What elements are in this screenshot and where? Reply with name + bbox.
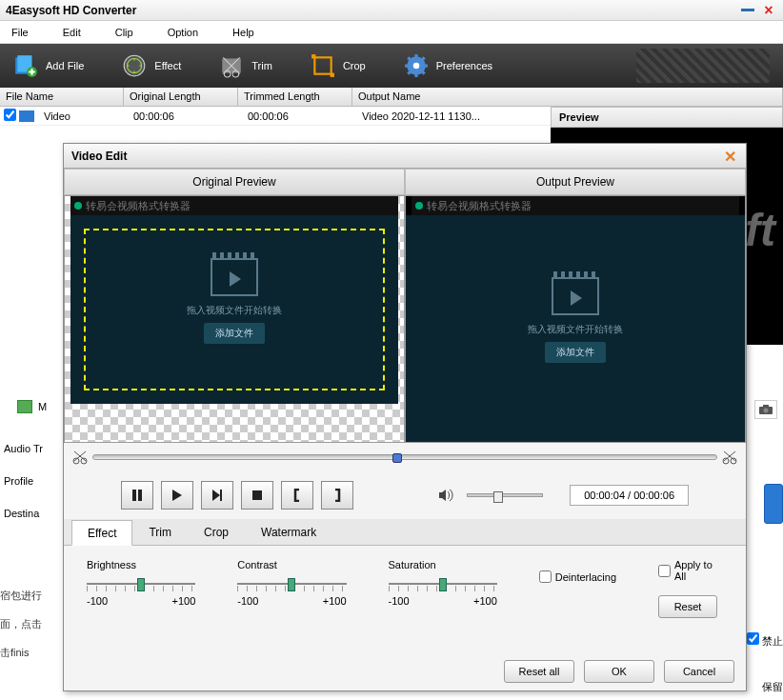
close-button[interactable]: × — [760, 3, 777, 18]
time-display: 00:00:04 / 00:00:06 — [570, 485, 689, 506]
list-header: File Name Original Length Trimmed Length… — [0, 88, 783, 107]
volume-icon[interactable] — [438, 489, 453, 502]
main-titlebar: 4Easysoft HD Converter × — [0, 0, 783, 21]
brightness-slider[interactable]: Brightness -100+100 — [87, 559, 195, 607]
side-text-2: 保留 — [762, 680, 783, 694]
scissors-right-icon[interactable] — [721, 449, 738, 466]
playback-controls: 00:00:04 / 00:00:06 — [64, 471, 746, 519]
col-file-name[interactable]: File Name — [0, 88, 124, 106]
effect-tabs: Effect Trim Crop Watermark — [64, 519, 746, 546]
toolbar-decoration — [636, 49, 770, 83]
crop-icon — [311, 53, 335, 78]
preferences-button[interactable]: Preferences — [404, 53, 492, 78]
svg-rect-22 — [220, 490, 222, 501]
destination-label: Destina — [4, 508, 43, 519]
svg-rect-23 — [252, 490, 262, 500]
reset-all-button[interactable]: Reset all — [504, 660, 574, 683]
scissors-left-icon[interactable] — [71, 449, 89, 466]
bracket-right-button[interactable] — [321, 481, 353, 510]
effect-button[interactable]: Effect — [122, 53, 181, 78]
row-name: Video — [38, 110, 128, 122]
svg-rect-10 — [330, 73, 333, 77]
profile-label: Profile — [4, 475, 43, 487]
preview-label: Preview — [551, 107, 783, 128]
menu-file[interactable]: File — [6, 25, 34, 40]
original-preview-box[interactable]: 转易会视频格式转换器 拖入视频文件开始转换 添加文件 — [64, 195, 405, 443]
row-orig-len: 00:00:06 — [128, 110, 242, 122]
svg-rect-20 — [132, 490, 136, 501]
row-output: Video 2020-12-11 1130... — [356, 110, 486, 122]
svg-point-12 — [412, 63, 419, 70]
m-label: M — [38, 401, 47, 412]
bg-text: 宿包进行 面，点击 击finis — [0, 581, 42, 667]
window-title: 4Easysoft HD Converter — [6, 4, 136, 17]
svg-rect-9 — [311, 54, 315, 58]
svg-rect-21 — [138, 490, 142, 501]
menu-help[interactable]: Help — [227, 25, 260, 40]
menubar: File Edit Clip Option Help — [0, 21, 783, 44]
add-file-button[interactable]: Add File — [13, 53, 84, 78]
menu-option[interactable]: Option — [162, 25, 204, 40]
add-file-icon — [13, 53, 38, 78]
tab-effect[interactable]: Effect — [71, 520, 132, 546]
video-icon — [19, 110, 34, 122]
stop-button[interactable] — [241, 481, 273, 510]
gear-icon — [404, 53, 429, 78]
folder-icon — [17, 400, 32, 413]
ok-button[interactable]: OK — [584, 660, 654, 683]
saturation-slider[interactable]: Saturation -100+100 — [389, 559, 497, 607]
row-trim-len: 00:00:06 — [242, 110, 356, 122]
pause-button[interactable] — [121, 481, 153, 510]
tab-crop[interactable]: Crop — [188, 519, 245, 545]
bracket-left-button[interactable] — [281, 481, 313, 510]
dialog-title-text: Video Edit — [71, 150, 127, 163]
volume-slider[interactable] — [467, 493, 543, 497]
col-output-name[interactable]: Output Name — [352, 88, 783, 106]
original-preview-header: Original Preview — [64, 169, 405, 195]
tab-watermark[interactable]: Watermark — [245, 519, 332, 545]
play-button[interactable] — [161, 481, 193, 510]
apply-to-all-checkbox[interactable]: Apply to All — [658, 559, 723, 582]
effect-icon — [122, 53, 147, 78]
side-checkbox-1[interactable]: 禁止 — [747, 632, 783, 649]
main-toolbar: Add File Effect Trim Crop Preferences — [0, 44, 783, 88]
contrast-slider[interactable]: Contrast -100+100 — [237, 559, 346, 607]
svg-point-14 — [764, 409, 769, 413]
left-labels: Audio Tr Profile Destina — [4, 443, 43, 540]
trim-button[interactable]: Trim — [219, 53, 272, 78]
trim-track[interactable] — [92, 454, 717, 460]
camera-icon — [758, 404, 773, 415]
dialog-close-icon[interactable]: ✕ — [721, 148, 738, 165]
row-checkbox[interactable] — [4, 109, 16, 121]
output-preview-header: Output Preview — [405, 169, 746, 195]
crop-button[interactable]: Crop — [311, 53, 366, 78]
svg-rect-15 — [763, 405, 769, 408]
trim-icon — [219, 53, 244, 78]
minimize-button[interactable] — [739, 3, 756, 18]
menu-clip[interactable]: Clip — [110, 25, 139, 40]
video-edit-dialog: Video Edit ✕ Original Preview Output Pre… — [63, 143, 747, 691]
snapshot-button[interactable] — [754, 400, 777, 419]
svg-rect-8 — [314, 57, 331, 73]
dialog-titlebar[interactable]: Video Edit ✕ — [64, 144, 746, 169]
menu-edit[interactable]: Edit — [57, 25, 87, 40]
video-placeholder-icon — [211, 258, 258, 296]
audio-track-label: Audio Tr — [4, 443, 43, 454]
reset-button[interactable]: Reset — [658, 595, 717, 618]
col-original-length[interactable]: Original Length — [124, 88, 238, 106]
video-placeholder-icon — [552, 277, 599, 315]
cancel-button[interactable]: Cancel — [664, 660, 734, 683]
deinterlacing-checkbox[interactable]: Deinterlacing — [539, 570, 616, 583]
col-trimmed-length[interactable]: Trimmed Length — [238, 88, 352, 106]
trim-handle[interactable] — [392, 453, 402, 463]
convert-button[interactable] — [764, 484, 783, 524]
output-preview-box[interactable]: 转易会视频格式转换器 拖入视频文件开始转换 添加文件 — [405, 195, 746, 443]
tab-trim[interactable]: Trim — [132, 519, 188, 545]
effect-panel: Brightness -100+100 Contrast -100+100 Sa… — [64, 546, 746, 631]
next-button[interactable] — [201, 481, 233, 510]
